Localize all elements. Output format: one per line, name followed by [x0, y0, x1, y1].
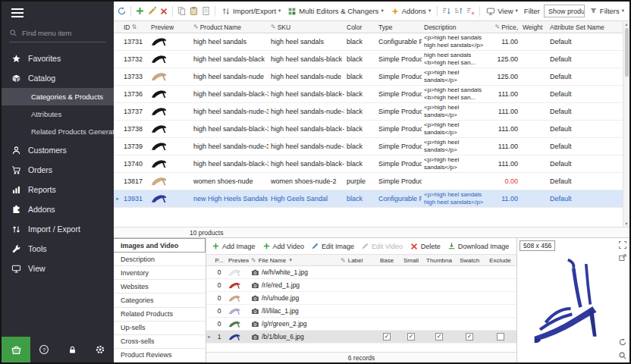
table-row[interactable]: ▸13931new High Heels SandalsHigh Geels S…: [114, 190, 629, 208]
checkbox[interactable]: ✓: [407, 333, 415, 340]
table-row[interactable]: 13737high heel sandals-nude-36high heel …: [114, 103, 629, 121]
add-video-button[interactable]: Add Video: [262, 242, 304, 250]
sort-clear-button[interactable]: [466, 5, 476, 18]
open-external-icon[interactable]: [618, 253, 627, 262]
table-row[interactable]: ▸1/b/1/blue_6.jpg✓✓✓✓: [206, 331, 516, 344]
table-row[interactable]: 0/r/e/red_1.jpg: [206, 279, 516, 292]
column-header-preview[interactable]: Preview: [226, 255, 249, 265]
tab-inventory[interactable]: Inventory: [114, 266, 206, 280]
addons-menu[interactable]: Addons▾: [388, 5, 434, 17]
table-row[interactable]: 0/g/r/green_2.jpg: [206, 318, 516, 331]
sidebar-item-import-export[interactable]: Import / Export: [2, 219, 114, 239]
rotate-icon[interactable]: [618, 337, 627, 347]
column-header-attribute-set-name[interactable]: Attribute Set Name: [548, 21, 623, 33]
delete-button[interactable]: [159, 5, 168, 18]
column-header-type[interactable]: Type: [376, 21, 422, 33]
import-export-menu[interactable]: Import/Export▾: [219, 5, 283, 17]
scroll-down-icon[interactable]: ▼: [624, 221, 628, 226]
column-header-small[interactable]: Small: [399, 255, 423, 265]
column-header-swatch[interactable]: Swatch: [455, 255, 484, 265]
table-row[interactable]: 13732high heel sandals-blackhigh heel sa…: [114, 51, 629, 68]
table-row[interactable]: 13740high heel sandals-black-38high heel…: [114, 155, 629, 173]
fullscreen-icon[interactable]: [618, 240, 627, 249]
sidebar-item-tools[interactable]: Tools: [2, 239, 114, 259]
scroll-up-icon[interactable]: ▲: [624, 22, 628, 27]
checkbox[interactable]: [497, 333, 504, 340]
sidebar-item-customers[interactable]: Customers: [2, 140, 114, 160]
tab-categories[interactable]: Categories: [114, 293, 206, 307]
checkbox[interactable]: ✓: [466, 333, 473, 340]
column-header-sku[interactable]: ✎SKU: [268, 21, 344, 33]
copy-button[interactable]: [177, 5, 187, 18]
sidebar-item-categories-products[interactable]: Categories & Products: [2, 88, 114, 105]
menu-toggle-button[interactable]: [2, 2, 114, 24]
tab-up-sells[interactable]: Up-sells: [114, 322, 206, 335]
view-menu[interactable]: View▾: [484, 5, 520, 17]
checkbox[interactable]: ✓: [435, 333, 443, 340]
column-header-preview[interactable]: Preview: [149, 21, 191, 33]
column-header-base[interactable]: Base: [375, 255, 399, 265]
column-header-product-name[interactable]: ✎Product Name: [191, 21, 268, 33]
column-header-file-name[interactable]: ✎File Name▼: [249, 255, 338, 265]
column-header-thumbna[interactable]: Thumbna: [423, 255, 455, 265]
multi-editors-changers-menu[interactable]: Multi Editors & Changers▾: [285, 5, 385, 17]
tab-description[interactable]: Description: [114, 253, 206, 266]
column-header-price[interactable]: ✎Price,: [487, 21, 520, 33]
filters-menu[interactable]: Filters▾: [587, 5, 626, 17]
paste-button[interactable]: [189, 5, 199, 18]
table-row[interactable]: 0/w/h/white_1.jpg: [206, 266, 516, 279]
sidebar-item-view[interactable]: View: [2, 259, 114, 278]
help-button[interactable]: ?: [30, 344, 58, 355]
add-image-button[interactable]: Add Image: [212, 242, 256, 250]
tab-images-and-video[interactable]: Images and Video: [114, 238, 206, 253]
sidebar-search-input[interactable]: Find menu item: [9, 24, 106, 42]
store-button[interactable]: [2, 337, 30, 362]
edit-image-button[interactable]: Edit Image: [311, 242, 354, 250]
cell-attribute-set: Default: [548, 190, 623, 207]
sidebar-item-orders[interactable]: Orders: [2, 160, 114, 180]
sidebar-item-favorites[interactable]: Favorites: [2, 49, 114, 68]
lock-button[interactable]: [58, 345, 86, 355]
checkbox[interactable]: ✓: [383, 333, 391, 340]
column-header-id[interactable]: ID⇅: [121, 21, 149, 33]
table-row[interactable]: 13817women shoes-nudewomen shoes-nude-2p…: [114, 173, 629, 190]
table-row[interactable]: 13739high heel sandals-nude-37high heel …: [114, 138, 629, 155]
sidebar-item-related-products-generator[interactable]: Related Products Generator: [2, 123, 114, 140]
gear-button[interactable]: [86, 344, 114, 355]
sidebar-item-reports[interactable]: Reports: [2, 180, 114, 199]
table-row[interactable]: 0/n/u/nude.jpg: [206, 292, 516, 305]
column-header-exclude[interactable]: Exclude: [484, 255, 516, 265]
column-header-description[interactable]: Description: [422, 21, 487, 33]
column-header-color[interactable]: Color: [344, 21, 376, 33]
table-row[interactable]: 13733high heel sandals-nudehigh heel san…: [114, 68, 629, 86]
download-image-button[interactable]: Download Image: [447, 242, 510, 250]
table-row[interactable]: 13731high heel sandalshigh heel sandalsb…: [114, 33, 629, 51]
tab-cross-sells[interactable]: Cross-sells: [114, 335, 206, 349]
table-row[interactable]: 0/l/i/lilac_1.jpg: [206, 305, 516, 318]
sidebar-item-attributes[interactable]: Attributes: [2, 105, 114, 123]
scrollbar-thumb[interactable]: [625, 28, 629, 77]
add-button[interactable]: [135, 5, 145, 18]
sidebar-item-addons[interactable]: Addons: [2, 199, 114, 219]
tab-websites[interactable]: Websites: [114, 280, 206, 293]
duplicate-button[interactable]: [201, 5, 211, 18]
tab-related-products[interactable]: Related Products: [114, 308, 206, 322]
zoom-icon[interactable]: [618, 351, 627, 360]
cell-color: black: [344, 121, 376, 137]
grid-scrollbar[interactable]: ▲ ▼: [623, 21, 629, 227]
delete-button[interactable]: Delete: [410, 242, 441, 251]
sidebar-item-catalog[interactable]: Catalog: [2, 68, 114, 88]
set-resize-rule-button[interactable]: Set Resize Rule: [516, 242, 516, 250]
edit-button[interactable]: [147, 5, 157, 18]
category-filter-select[interactable]: Show products from selected categories▾: [544, 5, 585, 17]
column-header-weight[interactable]: Weight: [520, 21, 548, 33]
tab-product-reviews[interactable]: Product Reviews: [114, 349, 206, 362]
sort-asc-button[interactable]: [441, 5, 451, 18]
sort-desc-button[interactable]: [454, 5, 463, 18]
column-header-p[interactable]: P...: [212, 255, 226, 265]
column-header-label[interactable]: ✎Label: [338, 255, 375, 265]
table-row[interactable]: 13738high heel sandals-black-37high heel…: [114, 121, 629, 138]
catalog-icon: [11, 74, 21, 83]
refresh-button[interactable]: [117, 5, 127, 18]
table-row[interactable]: 13736high heel sandals-black-36high heel…: [114, 86, 629, 103]
